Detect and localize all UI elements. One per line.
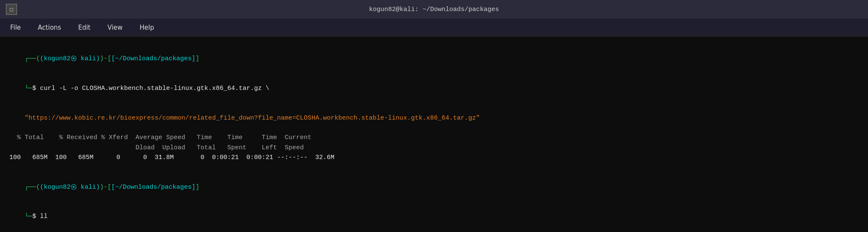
- menu-view[interactable]: View: [105, 22, 125, 33]
- prompt2-bracket: )-: [100, 184, 107, 191]
- cmd1-line2: "https://www.kobic.re.kr/bioexpress/comm…: [9, 103, 859, 133]
- prompt2-user: (kogun82㉿ kali): [40, 184, 100, 191]
- prompt2-bracket2: [: [107, 184, 111, 191]
- cmd2-prefix: └─: [25, 213, 32, 220]
- prompt1-bracket2: [: [107, 55, 111, 62]
- prompt1-bracket3: ]: [195, 55, 199, 62]
- cmd1-line1: └─$ curl -L -o CLOSHA.workbench.stable-l…: [9, 74, 859, 103]
- menu-help[interactable]: Help: [137, 22, 157, 33]
- table-header2: Dload Upload Total Spent Left Speed: [9, 143, 859, 153]
- table-header1: % Total % Received % Xferd Average Speed…: [9, 133, 859, 143]
- menu-bar: File Actions Edit View Help: [0, 19, 868, 36]
- cmd2-line: └─$ ll: [9, 202, 859, 232]
- prompt1-dir: [~/Downloads/packages]: [111, 55, 195, 62]
- terminal-body[interactable]: ┌──((kogun82㉿ kali))-[[~/Downloads/packa…: [0, 36, 868, 232]
- blank-line-1: [9, 162, 859, 172]
- prompt1-user: (kogun82㉿ kali): [40, 55, 100, 62]
- table-data: 100 685M 100 685M 0 0 31.8M 0 0:00:21 0:…: [9, 153, 859, 162]
- menu-actions[interactable]: Actions: [35, 22, 64, 33]
- prompt1-bracket: )-: [100, 55, 107, 62]
- menu-edit[interactable]: Edit: [76, 22, 93, 33]
- cmd1-text1: $ curl -L -o CLOSHA.workbench.stable-lin…: [32, 85, 269, 92]
- prompt2-corner: ┌──(: [25, 184, 40, 191]
- cmd2-text: $ ll: [32, 213, 48, 220]
- window-icon: ▢: [6, 4, 17, 15]
- prompt-line-1: ┌──((kogun82㉿ kali))-[[~/Downloads/packa…: [9, 44, 859, 74]
- prompt2-dir: [~/Downloads/packages]: [111, 184, 195, 191]
- prompt2-bracket3: ]: [195, 184, 199, 191]
- menu-file[interactable]: File: [8, 22, 23, 33]
- prompt1-corner: ┌──(: [25, 55, 40, 62]
- cmd1-url: "https://www.kobic.re.kr/bioexpress/comm…: [25, 115, 480, 122]
- prompt-line-2: ┌──((kogun82㉿ kali))-[[~/Downloads/packa…: [9, 172, 859, 202]
- cmd1-prefix: └─: [25, 85, 32, 92]
- title-bar: ▢ kogun82@kali: ~/Downloads/packages: [0, 0, 868, 19]
- window-title: kogun82@kali: ~/Downloads/packages: [369, 6, 499, 13]
